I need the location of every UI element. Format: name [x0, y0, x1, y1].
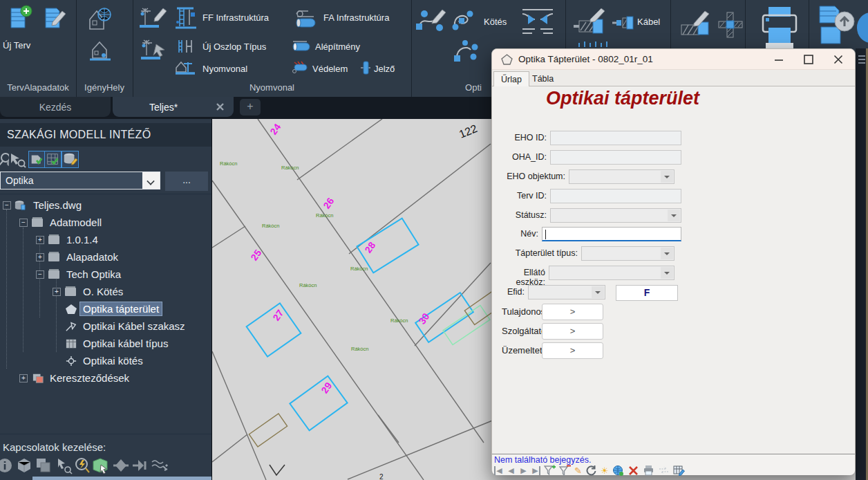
tab-kezdes[interactable]: Kezdés — [0, 97, 111, 117]
signal-label[interactable]: Jelző — [374, 64, 395, 74]
tree-row[interactable]: Optikai Kábel szakasz — [0, 318, 211, 335]
closure-icon[interactable] — [520, 7, 556, 43]
tree-row[interactable]: − Teljes.dwg — [0, 197, 211, 214]
nev-input-focused[interactable] — [542, 227, 681, 241]
new-plan-label[interactable]: Új Terv — [3, 40, 30, 50]
demand-site-globe-icon[interactable] — [86, 6, 113, 33]
expand-toggle[interactable]: + — [19, 374, 28, 382]
eho-id-input[interactable] — [550, 131, 681, 145]
close-icon[interactable] — [832, 53, 845, 66]
tree-row[interactable]: Optikai kábel típus — [0, 335, 211, 353]
conduit-icon[interactable] — [292, 40, 311, 54]
new-plan-icon[interactable] — [6, 4, 33, 33]
statusz-select[interactable] — [550, 208, 681, 223]
fa-infrastructure-label[interactable]: FA Infrastruktúra — [323, 12, 389, 23]
model-check-icon[interactable] — [28, 151, 46, 168]
szolgaltato-button[interactable]: > — [542, 323, 603, 340]
efid-f-button[interactable]: F — [616, 285, 678, 301]
tab-tabla[interactable]: Tábla — [525, 71, 560, 86]
oha-id-input[interactable] — [550, 150, 681, 165]
maximize-icon[interactable] — [802, 53, 815, 66]
discipline-combo[interactable]: Optika — [0, 172, 160, 190]
group-tervalapadatok[interactable]: TervAlapadatok — [0, 82, 76, 95]
expand-toggle[interactable]: − — [3, 201, 11, 210]
filter-add-icon[interactable] — [544, 465, 556, 476]
tree-row-selected[interactable]: Optika tápterület — [0, 301, 211, 318]
new-tab-button[interactable]: + — [240, 99, 261, 116]
database-edit-icon[interactable] — [62, 151, 79, 168]
tree-item-label[interactable]: Teljes.dwg — [30, 199, 84, 212]
print-icon[interactable] — [756, 4, 806, 48]
terv-id-input[interactable] — [550, 189, 681, 203]
tree-item-label[interactable]: Adatmodell — [47, 216, 104, 229]
tree-row[interactable]: − Adatmodell — [0, 214, 211, 232]
last-record-button[interactable]: ▶ — [531, 466, 540, 475]
tree-item-label[interactable]: Optikai kábel típus — [80, 337, 171, 350]
dropdown-arrow-icon[interactable] — [661, 267, 673, 279]
tree-item-label[interactable]: 1.0.1.4 — [64, 233, 101, 246]
tapterulet-tipus-select[interactable] — [581, 246, 674, 261]
tab-teljes[interactable]: Teljes* — [113, 97, 234, 117]
tree-row[interactable]: + O. Kötés — [0, 284, 211, 301]
edit-record-icon[interactable]: ✎ — [574, 465, 582, 476]
dropdown-arrow-icon[interactable] — [661, 171, 673, 183]
crossing-icon[interactable] — [717, 11, 744, 40]
ellato-eszkoz-select[interactable] — [549, 266, 674, 280]
grid-check-icon[interactable] — [44, 151, 62, 168]
expand-toggle[interactable]: − — [36, 270, 44, 279]
horizontal-scrollbar[interactable] — [32, 477, 211, 480]
tree-item-label[interactable]: Kereszteződések — [47, 371, 132, 385]
group-nyomvonal[interactable]: Nyomvonal — [133, 82, 411, 95]
collapse-links-icon[interactable] — [131, 456, 149, 474]
highlight-icon[interactable]: ☀ — [601, 465, 609, 476]
tree-item-label[interactable]: O. Kötés — [80, 285, 126, 298]
efid-select[interactable] — [528, 285, 605, 299]
pole-edit-icon[interactable] — [138, 6, 169, 32]
quick-find-icon[interactable] — [73, 456, 91, 474]
expand-links-icon[interactable] — [112, 456, 130, 474]
route-label[interactable]: Nyomvonal — [202, 64, 247, 74]
dropdown-arrow-icon[interactable] — [661, 248, 673, 259]
select-area-tool-icon[interactable] — [91, 456, 109, 474]
delete-icon[interactable] — [628, 465, 639, 476]
expand-toggle[interactable]: + — [36, 236, 44, 244]
tree-item-label[interactable]: Optikai kötés — [80, 354, 146, 367]
partial-tool-icon[interactable] — [857, 12, 868, 43]
edit-plan-icon[interactable] — [40, 4, 68, 33]
fa-infrastructure-icon[interactable] — [294, 7, 319, 30]
tree-item-label[interactable]: Tech Optika — [64, 268, 124, 281]
info-icon[interactable] — [0, 456, 14, 474]
tree-row[interactable]: − Tech Optika — [0, 266, 211, 284]
tab-urlap[interactable]: Űrlap — [493, 71, 529, 86]
new-pole-type-icon[interactable] — [176, 39, 197, 55]
tree-row[interactable]: + 1.0.1.4 — [0, 232, 211, 249]
dialog-titlebar[interactable]: Optika Tápterület - 0802_01r_01 — [492, 49, 855, 70]
tree-row[interactable]: + Alapadatok — [0, 249, 211, 266]
cable-icon[interactable] — [611, 14, 634, 32]
uzemelteto-button[interactable]: > — [542, 342, 603, 359]
splice-icon[interactable] — [451, 8, 478, 32]
print-record-icon[interactable] — [643, 465, 654, 476]
cable-edit-icon[interactable] — [572, 8, 608, 40]
cubes-icon[interactable] — [35, 456, 53, 474]
tulajdonos-button[interactable]: > — [542, 304, 603, 320]
group-igenyhely[interactable]: IgényHely — [76, 82, 133, 95]
expand-toggle[interactable]: − — [19, 219, 28, 227]
select-inspect-icon[interactable] — [55, 456, 73, 474]
eho-objektum-select[interactable] — [569, 169, 674, 184]
expand-toggle[interactable]: + — [36, 253, 44, 261]
dropdown-arrow-icon[interactable] — [668, 210, 680, 221]
close-tab-icon[interactable] — [215, 102, 225, 112]
combo-dropdown-button[interactable] — [142, 172, 160, 189]
trace-settings-icon[interactable] — [151, 456, 169, 474]
ff-infrastructure-icon[interactable] — [174, 6, 198, 30]
select-zoom-icon[interactable] — [9, 151, 26, 168]
protection-icon[interactable] — [292, 61, 308, 75]
tree-item-label[interactable]: Alapadatok — [64, 250, 121, 264]
optic-branch-icon[interactable] — [453, 39, 482, 66]
ff-infrastructure-label[interactable]: FF Infrastruktúra — [202, 12, 269, 23]
globe-icon[interactable] — [612, 465, 624, 476]
next-record-button[interactable]: ▶ — [519, 466, 528, 475]
filter-remove-icon[interactable] — [559, 465, 571, 476]
demand-site-icon[interactable] — [88, 39, 113, 64]
